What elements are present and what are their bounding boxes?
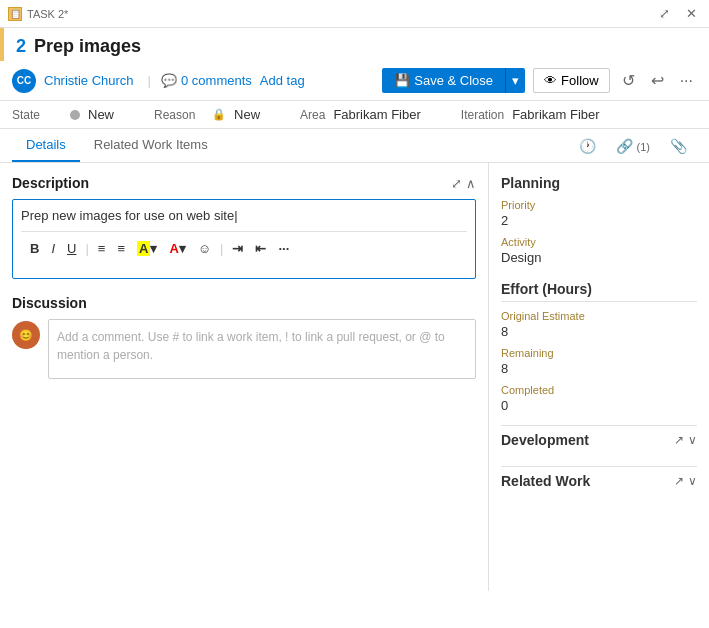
- emoji-button[interactable]: ☺: [193, 238, 216, 259]
- iteration-item: Iteration Fabrikam Fiber: [461, 107, 600, 122]
- task-number: 2: [16, 36, 26, 57]
- meta-row: State New Reason 🔒 New Area Fabrikam Fib…: [0, 101, 709, 129]
- indent-right-button[interactable]: ⇥: [227, 238, 248, 259]
- effort-section: Effort (Hours) Original Estimate 8 Remai…: [501, 281, 697, 413]
- bold-button[interactable]: B: [25, 238, 44, 259]
- effort-divider: [501, 301, 697, 302]
- activity-value[interactable]: Design: [501, 250, 697, 265]
- tabs: Details Related Work Items 🕐 🔗 (1) 📎: [0, 129, 709, 163]
- restore-button[interactable]: ⤢: [655, 4, 674, 23]
- lock-icon: 🔒: [212, 108, 226, 121]
- completed-label: Completed: [501, 384, 697, 396]
- attachment-icon: 📎: [670, 138, 687, 154]
- related-work-section: Related Work ↗ ∨: [501, 466, 697, 495]
- description-collapse-button[interactable]: ∧: [466, 176, 476, 191]
- comments-count: 0 comments: [181, 73, 252, 88]
- reason-label: Reason: [154, 108, 204, 122]
- description-title: Description: [12, 175, 89, 191]
- task-header: 2 Prep images: [0, 28, 709, 61]
- original-estimate-label: Original Estimate: [501, 310, 697, 322]
- underline-button[interactable]: U: [62, 238, 81, 259]
- discussion-input[interactable]: Add a comment. Use # to link a work item…: [48, 319, 476, 379]
- related-work-collapse-icon: ∨: [688, 474, 697, 488]
- toolbar: CC Christie Church | 💬 0 comments Add ta…: [0, 61, 709, 101]
- more-button[interactable]: ···: [676, 68, 697, 94]
- user-name[interactable]: Christie Church: [44, 73, 134, 88]
- task-title: Prep images: [34, 36, 141, 57]
- description-header: Description ⤢ ∧: [12, 175, 476, 191]
- list-button[interactable]: ≡: [112, 238, 130, 259]
- save-close-group: 💾 Save & Close ▾: [382, 68, 525, 93]
- save-close-button[interactable]: 💾 Save & Close: [382, 68, 505, 93]
- italic-button[interactable]: I: [46, 238, 60, 259]
- area-label: Area: [300, 108, 325, 122]
- priority-value[interactable]: 2: [501, 213, 697, 228]
- close-button[interactable]: ✕: [682, 4, 701, 23]
- tab-details[interactable]: Details: [12, 129, 80, 162]
- area-value[interactable]: Fabrikam Fiber: [333, 107, 420, 122]
- comment-icon: 💬: [161, 73, 177, 88]
- indent-left-button[interactable]: ⇤: [250, 238, 271, 259]
- tab-links[interactable]: 🔗 (1): [606, 129, 660, 162]
- save-close-dropdown-button[interactable]: ▾: [505, 68, 525, 93]
- completed-value[interactable]: 0: [501, 398, 697, 413]
- avatar: CC: [12, 69, 36, 93]
- tab-attachments[interactable]: 📎: [660, 129, 697, 162]
- state-dot: [70, 110, 80, 120]
- description-box[interactable]: Prep new images for use on web site B I …: [12, 199, 476, 279]
- description-header-actions: ⤢ ∧: [451, 175, 476, 191]
- eye-icon: 👁: [544, 73, 557, 88]
- activity-label: Activity: [501, 236, 697, 248]
- title-bar: 📋 TASK 2* ⤢ ✕: [0, 0, 709, 28]
- add-tag-button[interactable]: Add tag: [260, 73, 305, 88]
- tab-history[interactable]: 🕐: [569, 129, 606, 162]
- task-title-row: 2 Prep images: [16, 36, 697, 57]
- formatting-toolbar: B I U | ≡ ≡ A▾ A▾ ☺ | ⇥ ⇤ ···: [21, 231, 467, 265]
- task-icon: 📋: [8, 7, 22, 21]
- development-section: Development ↗ ∨: [501, 425, 697, 454]
- discussion-avatar: 😊: [12, 321, 40, 349]
- related-work-header[interactable]: Related Work ↗ ∨: [501, 466, 697, 495]
- description-text[interactable]: Prep new images for use on web site: [21, 208, 467, 223]
- development-title: Development: [501, 432, 589, 448]
- related-work-expand-icon: ↗: [674, 474, 684, 488]
- iteration-label: Iteration: [461, 108, 504, 122]
- planning-section: Planning Priority 2 Activity Design: [501, 175, 697, 265]
- area-item: Area Fabrikam Fiber: [300, 107, 421, 122]
- state-value[interactable]: New: [88, 107, 114, 122]
- state-item: State New: [12, 107, 114, 122]
- discussion-section: Discussion 😊 Add a comment. Use # to lin…: [12, 295, 476, 379]
- discussion-input-row: 😊 Add a comment. Use # to link a work it…: [12, 319, 476, 379]
- development-header[interactable]: Development ↗ ∨: [501, 425, 697, 454]
- title-bar-label: TASK 2*: [27, 8, 655, 20]
- refresh-button[interactable]: ↺: [618, 67, 639, 94]
- font-color-icon: A: [169, 241, 178, 256]
- planning-title: Planning: [501, 175, 697, 191]
- title-bar-actions: ⤢ ✕: [655, 4, 701, 23]
- description-expand-button[interactable]: ⤢: [451, 176, 462, 191]
- undo-button[interactable]: ↩: [647, 67, 668, 94]
- left-panel: Description ⤢ ∧ Prep new images for use …: [0, 163, 489, 591]
- reason-value[interactable]: New: [234, 107, 260, 122]
- state-label: State: [12, 108, 62, 122]
- right-panel: Planning Priority 2 Activity Design Effo…: [489, 163, 709, 591]
- development-expand-icon: ↗: [674, 433, 684, 447]
- content-area: Description ⤢ ∧ Prep new images for use …: [0, 163, 709, 591]
- font-color-button[interactable]: A▾: [164, 238, 190, 259]
- comments-button[interactable]: 💬 0 comments: [161, 73, 252, 88]
- development-icons: ↗ ∨: [674, 433, 697, 447]
- discussion-title: Discussion: [12, 295, 476, 311]
- more-format-button[interactable]: ···: [273, 238, 294, 259]
- iteration-value[interactable]: Fabrikam Fiber: [512, 107, 599, 122]
- follow-button[interactable]: 👁 Follow: [533, 68, 610, 93]
- highlight-button[interactable]: A▾: [132, 238, 162, 259]
- history-icon: 🕐: [579, 138, 596, 154]
- highlight-icon: A: [137, 241, 150, 256]
- reason-item: Reason 🔒 New: [154, 107, 260, 122]
- priority-label: Priority: [501, 199, 697, 211]
- tab-related-work-items[interactable]: Related Work Items: [80, 129, 222, 162]
- original-estimate-value[interactable]: 8: [501, 324, 697, 339]
- align-button[interactable]: ≡: [93, 238, 111, 259]
- development-collapse-icon: ∨: [688, 433, 697, 447]
- remaining-value[interactable]: 8: [501, 361, 697, 376]
